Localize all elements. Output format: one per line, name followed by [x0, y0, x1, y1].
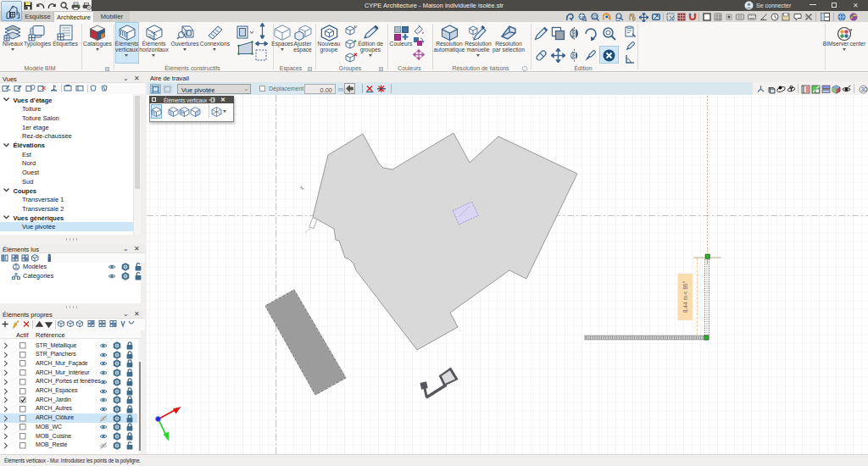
svg-text:8.44 m < 90°: 8.44 m < 90° — [682, 281, 688, 313]
svg-text:3D: 3D — [861, 86, 868, 92]
svg-text:Q: Q — [593, 14, 598, 19]
